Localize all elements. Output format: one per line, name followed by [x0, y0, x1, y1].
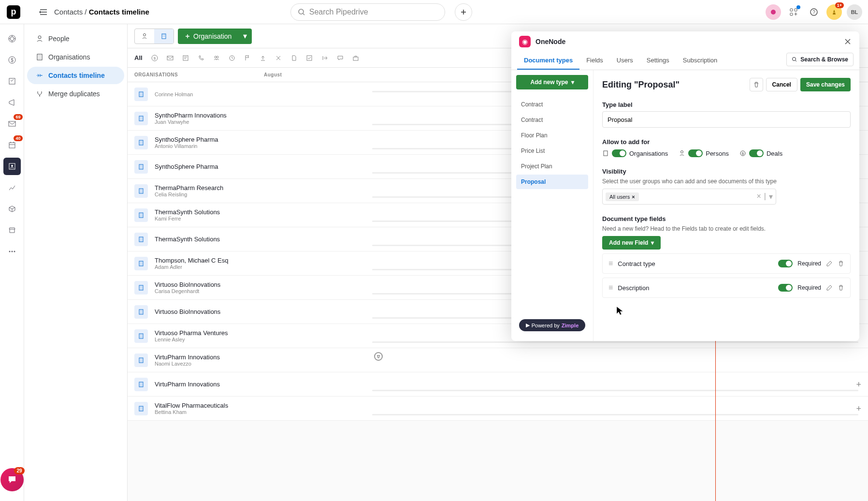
- global-search[interactable]: Search Pipedrive: [290, 3, 445, 21]
- breadcrumb: Contacts / Contacts timeline: [54, 8, 149, 16]
- notifications-icon[interactable]: 1+: [826, 4, 842, 20]
- breadcrumb-parent[interactable]: Contacts: [54, 8, 83, 16]
- svg-rect-4: [790, 13, 793, 15]
- search-icon: [298, 8, 305, 16]
- svg-text:?: ?: [812, 10, 815, 15]
- breadcrumb-current: Contacts timeline: [89, 8, 149, 16]
- search-placeholder: Search Pipedrive: [309, 8, 368, 16]
- svg-point-0: [299, 9, 304, 14]
- pipedrive-logo[interactable]: p: [7, 5, 20, 19]
- user-avatar[interactable]: BL: [847, 4, 862, 20]
- assistant-icon[interactable]: [766, 4, 781, 20]
- svg-rect-2: [790, 9, 793, 11]
- help-icon[interactable]: ?: [806, 4, 822, 20]
- notification-badge: 1+: [835, 2, 844, 8]
- menu-toggle-icon[interactable]: [39, 7, 48, 17]
- apps-icon[interactable]: [786, 4, 801, 20]
- svg-rect-3: [795, 9, 797, 11]
- global-add-button[interactable]: [455, 3, 472, 21]
- svg-point-1: [771, 10, 776, 15]
